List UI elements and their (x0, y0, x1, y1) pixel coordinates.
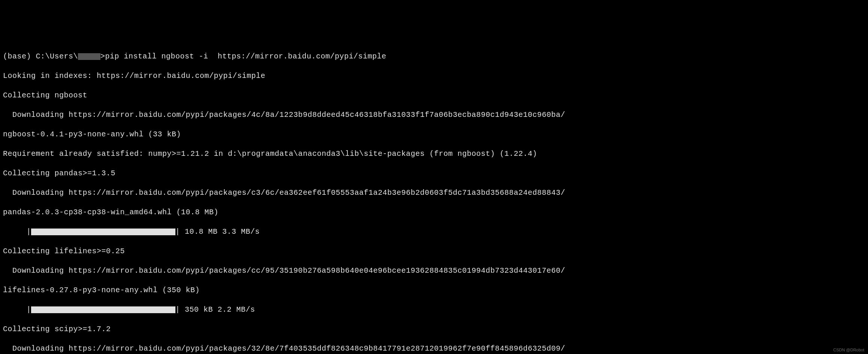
progress-suffix: | 350 kB 2.2 MB/s (175, 305, 255, 314)
redacted-username (78, 53, 100, 60)
output-line: Requirement already satisfied: numpy>=1.… (3, 149, 865, 159)
progress-suffix: | 10.8 MB 3.3 MB/s (175, 227, 260, 236)
output-line: ngboost-0.4.1-py3-none-any.whl (33 kB) (3, 130, 865, 139)
path-prefix: C:\Users\ (36, 52, 78, 61)
env-prefix: (base) (3, 52, 31, 61)
output-line: Looking in indexes: https://mirror.baidu… (3, 71, 865, 81)
output-line: Collecting ngboost (3, 91, 865, 100)
progress-bar (31, 229, 175, 235)
output-line: Downloading https://mirror.baidu.com/pyp… (3, 344, 865, 354)
output-line: pandas-2.0.3-cp38-cp38-win_amd64.whl (10… (3, 208, 865, 217)
prompt-line: (base) C:\Users\>pip install ngboost -i … (3, 52, 865, 61)
progress-line: || 350 kB 2.2 MB/s (3, 305, 865, 315)
command-text: pip install ngboost -i https://mirror.ba… (105, 52, 386, 61)
progress-bar (31, 306, 175, 313)
output-line: Downloading https://mirror.baidu.com/pyp… (3, 188, 865, 198)
output-line: lifelines-0.27.8-py3-none-any.whl (350 k… (3, 285, 865, 295)
output-line: Collecting pandas>=1.3.5 (3, 169, 865, 178)
progress-prefix: | (3, 305, 31, 314)
path-suffix: > (100, 52, 105, 61)
watermark-text: CSDN @DRobot (833, 347, 864, 353)
progress-prefix: | (3, 227, 31, 236)
output-line: Collecting lifelines>=0.25 (3, 246, 865, 256)
output-line: Collecting scipy>=1.7.2 (3, 324, 865, 334)
output-line: Downloading https://mirror.baidu.com/pyp… (3, 266, 865, 276)
terminal-output: (base) C:\Users\>pip install ngboost -i … (3, 42, 865, 354)
progress-line: || 10.8 MB 3.3 MB/s (3, 227, 865, 237)
output-line: Downloading https://mirror.baidu.com/pyp… (3, 110, 865, 120)
